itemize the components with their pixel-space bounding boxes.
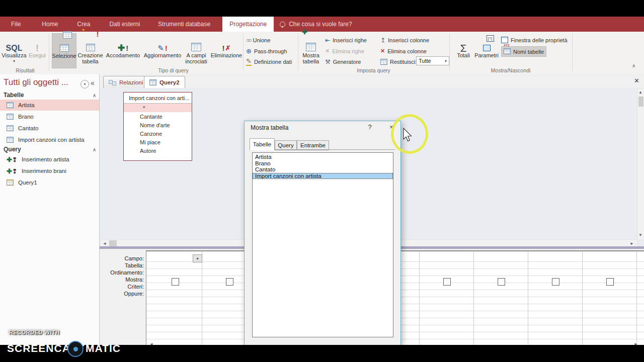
totali-button[interactable]: Σ Totali [454,33,472,67]
tell-me-label: Che cosa si vuole fare? [289,21,352,28]
inserisci-righe-label: Inserisci righe [333,37,367,43]
sidebar-item-query1[interactable]: Query1 [0,177,99,188]
dialog-table-list[interactable]: Artista Brano Cantato Import canzoni con… [252,152,393,337]
restituisci-combobox[interactable]: Tutte ▾ [416,56,449,65]
dialog-tab-tabelle[interactable]: Tabelle [250,138,275,150]
field-row-mi-piace[interactable]: Mi piace [124,138,192,146]
field-row-cantante[interactable]: Cantante [124,112,192,121]
tab-strumenti-database[interactable]: Strumenti database [151,17,217,32]
nav-section-tabelle[interactable]: Tabelle [4,92,24,99]
mostra-checkbox[interactable] [552,278,559,286]
pass-through-icon: ⊕ [246,47,252,55]
scroll-down-icon[interactable]: ▼ [638,233,642,237]
mostra-checkbox[interactable] [226,278,233,286]
scrollbar-thumb[interactable] [109,240,117,246]
nomi-tabelle-button[interactable]: XYZ Nomi tabelle [501,46,546,57]
elimina-colonne-button[interactable]: ✕ Elimina colonne [380,46,427,56]
nav-item-label: Inserimento artista [22,156,69,162]
group-divider [572,34,573,71]
show-table-icon: ✚ [306,33,316,52]
field-row-nome-darte[interactable]: Nome d'arte [124,121,192,129]
insert-rows-icon: ⇤ [325,37,330,44]
title-bar [0,0,644,17]
scroll-up-icon[interactable]: ▲ [638,90,642,95]
dialog-tab-entrambe[interactable]: Entrambe [297,140,329,150]
sidebar-item-artista[interactable]: Artista [0,100,99,111]
sql-view-icon: SQL [6,33,23,52]
collapse-ribbon-icon[interactable]: ∧ [632,63,635,68]
group-label-imposta-query: Imposta query [298,67,449,73]
aggiornamento-button[interactable]: ✎! Aggiornamento [143,33,182,67]
sidebar-item-inserimento-artista[interactable]: ✚❢ Inserimento artista [0,154,99,165]
definizione-dati-button[interactable]: ✎ Definizione dati [246,57,292,66]
tab-file[interactable]: File [4,17,28,32]
tell-me-box[interactable]: Che cosa si vuole fare? [280,17,352,32]
sidebar-item-import-canzoni[interactable]: Import canzoni con artista [0,134,99,145]
tab-dati-esterni[interactable]: Dati esterni [102,17,147,32]
update-query-icon: ✎! [157,33,168,52]
mostra-checkbox[interactable] [172,278,179,286]
vertical-scrollbar[interactable]: ▲ ▼ [637,88,644,240]
list-item-brano[interactable]: Brano [253,160,393,167]
mostra-checkbox[interactable] [606,278,614,286]
sidebar-item-inserimento-brani[interactable]: ✚❢ Inserimento brani [0,165,99,176]
inserisci-righe-button[interactable]: ⇤ Inserisci righe [325,35,367,45]
nav-section-query[interactable]: Query [4,146,21,153]
scrollbar-thumb[interactable] [638,97,643,107]
tab-home[interactable]: Home [35,17,65,32]
campo-dropdown-button[interactable]: ▾ [193,254,202,262]
lightbulb-icon [280,22,285,27]
visualizza-button[interactable]: SQL Visualizza ▾ [3,33,25,67]
grid-row-label-oppure: Oppure: [100,291,144,297]
chevron-down-icon: ▾ [13,58,15,64]
group-divider [243,34,244,71]
collapse-section-icon[interactable]: ∧ [93,93,96,98]
collapse-section-icon[interactable]: ∧ [93,147,96,152]
dialog-title: Mostra tabella [251,124,288,131]
campi-incrociati-button[interactable]: A campi incrociati [183,33,209,67]
unione-button[interactable]: ○○ Unione [246,35,270,45]
scroll-left-icon[interactable]: ◄ [103,241,107,246]
inserisci-colonne-label: Inserisci colonne [388,37,429,43]
close-document-icon[interactable]: ✕ [634,77,639,84]
tab-progettazione[interactable]: Progettazione [222,17,274,32]
eliminazione-button[interactable]: !✗ Eliminazione [211,33,242,67]
mostra-checkbox[interactable] [498,278,505,286]
table-names-icon: XYZ [504,48,511,55]
scroll-right-icon[interactable]: ► [630,241,634,246]
generatore-button[interactable]: ⚒ Generatore [325,57,361,66]
doc-tab-query2[interactable]: Query2 [144,76,185,88]
dialog-help-icon[interactable]: ? [365,123,374,131]
nav-item-label: Artista [18,102,35,108]
campi-incrociati-label: A campi incrociati [183,52,209,64]
field-list-card-import-canzoni[interactable]: Import canzoni con arti... * Cantante No… [123,92,192,161]
parametri-button[interactable]: [?] Parametri [473,33,500,67]
sidebar-item-cantato[interactable]: Cantato [0,123,99,134]
creazione-tabella-button[interactable]: ✦! Creazione tabella [77,33,104,67]
dialog-tab-query[interactable]: Query [275,140,297,150]
inserisci-colonne-button[interactable]: ↥ Inserisci colonne [380,35,429,45]
parametri-label: Parametri [474,52,499,58]
field-row-autore[interactable]: Autore [124,146,192,155]
selezione-button[interactable]: Selezione [52,33,76,68]
crosstab-query-icon [191,33,201,52]
esegui-button: ! Esegui [27,33,47,67]
list-item-cantato[interactable]: Cantato [253,166,393,173]
totali-label: Totali [457,52,470,58]
accodamento-button[interactable]: ✚! Accodamento [105,33,141,67]
nav-item-label: Query1 [18,179,37,186]
mostra-checkbox[interactable] [443,278,451,286]
sidebar-item-brano[interactable]: Brano [0,111,99,122]
doc-tab-relazioni[interactable]: Relazioni [103,76,148,88]
dialog-tab-label: Query [278,142,293,148]
nav-menu-dropdown[interactable]: ▾ [80,80,89,88]
list-item-import-canzoni[interactable]: Import canzoni con artista [253,173,393,179]
pass-through-button[interactable]: ⊕ Pass-through [246,46,287,56]
finestra-proprieta-button[interactable]: Finestra delle proprietà [501,35,568,45]
mostra-tabella-button[interactable]: ✚ Mostra tabella [300,33,322,67]
list-item-artista[interactable]: Artista [253,154,393,160]
field-row-canzone[interactable]: Canzone [124,129,192,138]
field-row-star[interactable]: * [124,104,192,112]
shutter-close-icon[interactable]: « [91,79,95,87]
creazione-label: Creazione tabella [77,52,104,64]
